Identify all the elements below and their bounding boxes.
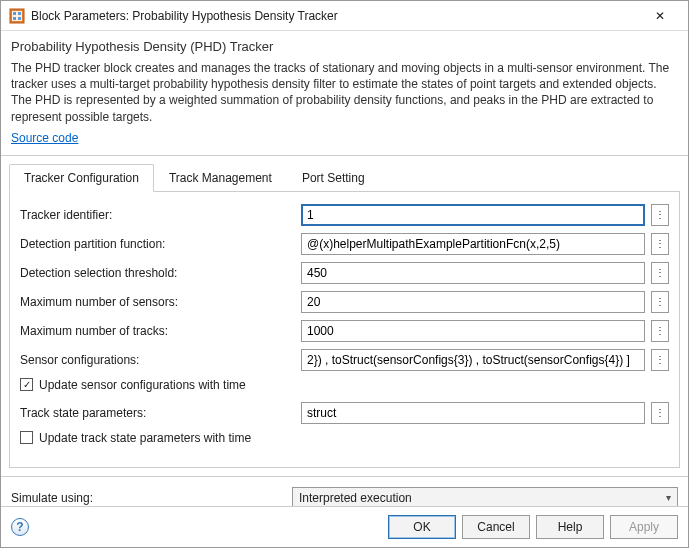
- label-simulate-using: Simulate using:: [11, 491, 286, 505]
- dots-icon: ⋮: [655, 355, 665, 365]
- svg-rect-3: [18, 12, 21, 15]
- description-text: The PHD tracker block creates and manage…: [1, 58, 688, 131]
- input-tracker-identifier[interactable]: [301, 204, 645, 226]
- more-max-tracks[interactable]: ⋮: [651, 320, 669, 342]
- label-track-state-params: Track state parameters:: [20, 406, 295, 420]
- window-title: Block Parameters: Probability Hypothesis…: [31, 9, 640, 23]
- label-max-tracks: Maximum number of tracks:: [20, 324, 295, 338]
- row-update-track-state: Update track state parameters with time: [20, 431, 669, 445]
- tab-tracker-configuration[interactable]: Tracker Configuration: [9, 164, 154, 192]
- input-detection-selection-threshold[interactable]: [301, 262, 645, 284]
- row-max-tracks: Maximum number of tracks: ⋮: [20, 320, 669, 342]
- row-tracker-identifier: Tracker identifier: ⋮: [20, 204, 669, 226]
- tabs-container: Tracker Configuration Track Management P…: [1, 155, 688, 476]
- label-detection-partition-fn: Detection partition function:: [20, 237, 295, 251]
- input-track-state-params[interactable]: [301, 402, 645, 424]
- input-max-tracks[interactable]: [301, 320, 645, 342]
- label-sensor-configs: Sensor configurations:: [20, 353, 295, 367]
- more-max-sensors[interactable]: ⋮: [651, 291, 669, 313]
- close-button[interactable]: ✕: [640, 2, 680, 30]
- tab-port-setting[interactable]: Port Setting: [287, 164, 380, 192]
- svg-rect-2: [13, 12, 16, 15]
- section-title: Probability Hypothesis Density (PHD) Tra…: [1, 31, 688, 58]
- label-tracker-identifier: Tracker identifier:: [20, 208, 295, 222]
- tab-track-management[interactable]: Track Management: [154, 164, 287, 192]
- svg-rect-5: [18, 17, 21, 20]
- cancel-button[interactable]: Cancel: [462, 515, 530, 539]
- input-max-sensors[interactable]: [301, 291, 645, 313]
- row-update-sensor-cfg: Update sensor configurations with time: [20, 378, 669, 392]
- label-update-sensor-cfg: Update sensor configurations with time: [39, 378, 246, 392]
- tab-panel-tracker-configuration: Tracker identifier: ⋮ Detection partitio…: [9, 192, 680, 468]
- content-area: Probability Hypothesis Density (PHD) Tra…: [1, 31, 688, 506]
- footer: ? OK Cancel Help Apply: [1, 506, 688, 547]
- tab-bar: Tracker Configuration Track Management P…: [9, 164, 680, 192]
- dialog-window: Block Parameters: Probability Hypothesis…: [0, 0, 689, 548]
- source-code-link[interactable]: Source code: [1, 131, 88, 155]
- row-track-state-params: Track state parameters: ⋮: [20, 402, 669, 424]
- dots-icon: ⋮: [655, 210, 665, 220]
- input-sensor-configs[interactable]: [301, 349, 645, 371]
- dots-icon: ⋮: [655, 268, 665, 278]
- row-sensor-configs: Sensor configurations: ⋮: [20, 349, 669, 371]
- label-max-sensors: Maximum number of sensors:: [20, 295, 295, 309]
- label-update-track-state: Update track state parameters with time: [39, 431, 251, 445]
- select-simulate-using[interactable]: Interpreted execution ▾: [292, 487, 678, 506]
- row-simulate-using: Simulate using: Interpreted execution ▾: [1, 476, 688, 506]
- app-icon: [9, 8, 25, 24]
- more-track-state-params[interactable]: ⋮: [651, 402, 669, 424]
- more-sensor-configs[interactable]: ⋮: [651, 349, 669, 371]
- dots-icon: ⋮: [655, 239, 665, 249]
- more-tracker-identifier[interactable]: ⋮: [651, 204, 669, 226]
- help-icon[interactable]: ?: [11, 518, 29, 536]
- select-simulate-value: Interpreted execution: [299, 491, 412, 505]
- chevron-down-icon: ▾: [666, 492, 671, 503]
- apply-button: Apply: [610, 515, 678, 539]
- dots-icon: ⋮: [655, 326, 665, 336]
- dots-icon: ⋮: [655, 408, 665, 418]
- label-detection-selection-threshold: Detection selection threshold:: [20, 266, 295, 280]
- row-detection-selection-threshold: Detection selection threshold: ⋮: [20, 262, 669, 284]
- input-detection-partition-fn[interactable]: [301, 233, 645, 255]
- more-detection-selection-threshold[interactable]: ⋮: [651, 262, 669, 284]
- close-icon: ✕: [655, 9, 665, 23]
- ok-button[interactable]: OK: [388, 515, 456, 539]
- row-detection-partition-fn: Detection partition function: ⋮: [20, 233, 669, 255]
- more-detection-partition-fn[interactable]: ⋮: [651, 233, 669, 255]
- dots-icon: ⋮: [655, 297, 665, 307]
- svg-rect-4: [13, 17, 16, 20]
- titlebar: Block Parameters: Probability Hypothesis…: [1, 1, 688, 31]
- checkbox-update-sensor-cfg[interactable]: [20, 378, 33, 391]
- help-button[interactable]: Help: [536, 515, 604, 539]
- row-max-sensors: Maximum number of sensors: ⋮: [20, 291, 669, 313]
- checkbox-update-track-state[interactable]: [20, 431, 33, 444]
